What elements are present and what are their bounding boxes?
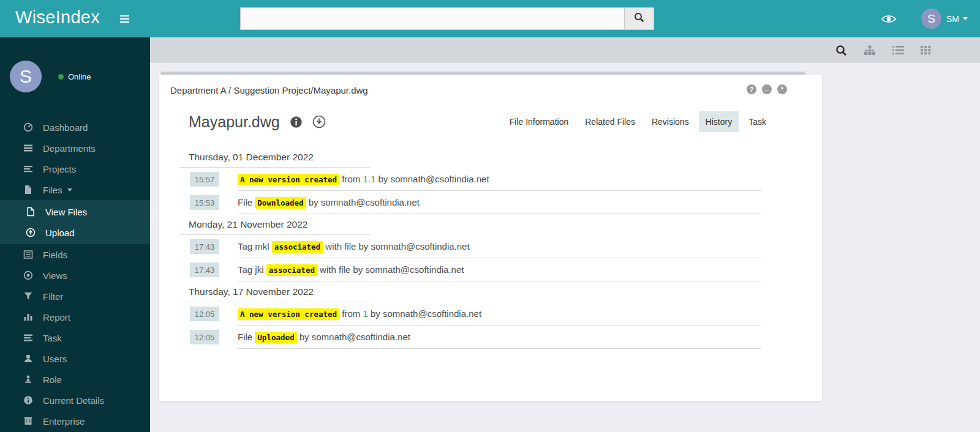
- history-event-text: A new version created from 1 by somnath@…: [238, 302, 761, 326]
- info-icon[interactable]: [290, 116, 303, 128]
- history-event-text: File Uploaded by somnath@csoftindia.net: [238, 326, 761, 349]
- avatar[interactable]: S: [921, 9, 941, 29]
- enterprise-icon: [23, 416, 34, 426]
- topbar-right-group: S SM: [881, 0, 968, 37]
- sidebar-item-filter[interactable]: Filter: [0, 286, 150, 307]
- status-dot-icon: [58, 74, 64, 80]
- sidebar-item-role[interactable]: Role: [0, 369, 150, 390]
- user-initials[interactable]: SM: [946, 14, 959, 24]
- search-input[interactable]: [240, 7, 625, 30]
- task-icon: [23, 333, 34, 343]
- sidebar-profile: S Online: [0, 37, 150, 108]
- sidebar-item-departments[interactable]: Departments: [0, 138, 150, 158]
- event-suffix: with file by somnath@csoftindia.net: [323, 241, 470, 251]
- top-header-bar: WiseIndex S SM: [0, 0, 980, 37]
- sidebar-item-current-details[interactable]: Current Details: [0, 390, 150, 411]
- history-row: 12:05 File Uploaded by somnath@csoftindi…: [179, 326, 761, 349]
- current-details-icon: [23, 395, 34, 405]
- sidebar-item-report[interactable]: Report: [0, 307, 150, 327]
- collapse-arrow-icon[interactable]: ←: [762, 84, 772, 94]
- sidebar-item-views[interactable]: Views: [0, 265, 150, 286]
- sidebar-item-enterprise[interactable]: Enterprise: [0, 411, 150, 431]
- sidebar-item-label: Filter: [43, 291, 63, 302]
- search-button[interactable]: [625, 7, 654, 30]
- view-toolbar: [150, 37, 980, 63]
- list-view-icon[interactable]: [892, 45, 904, 55]
- sidebar-item-label: Report: [43, 312, 70, 322]
- sidebar-item-label: Enterprise: [43, 416, 85, 426]
- hamburger-menu-icon[interactable]: [120, 15, 129, 24]
- event-prefix: File: [238, 332, 255, 342]
- sidebar-item-view-files[interactable]: View Files: [0, 201, 150, 222]
- file-detail-card: Department A / Suggestion Project/Mayapu…: [159, 75, 822, 401]
- fields-icon: [23, 250, 34, 259]
- asterisk-icon[interactable]: *: [777, 84, 787, 94]
- sidebar-item-files[interactable]: Files: [0, 179, 150, 200]
- views-icon: [23, 270, 34, 280]
- time-badge: 17:43: [190, 263, 219, 277]
- time-badge: 15:53: [190, 195, 219, 210]
- sidebar-item-projects[interactable]: Projects: [0, 158, 150, 179]
- upload-icon: [25, 228, 36, 237]
- files-submenu: View Files Upload: [0, 200, 150, 244]
- event-suffix: by somnath@csoftindia.net: [368, 308, 481, 319]
- event-highlight: Downloaded: [255, 197, 306, 209]
- tab-history[interactable]: History: [699, 111, 739, 132]
- history-date-header: Thursday, 17 November 2022: [179, 281, 371, 302]
- tab-file-information[interactable]: File Information: [503, 111, 575, 132]
- download-icon[interactable]: [312, 115, 326, 128]
- sidebar-item-label: Users: [43, 354, 67, 364]
- status-label: Online: [68, 72, 91, 81]
- projects-icon: [23, 164, 34, 174]
- chevron-down-icon: [67, 188, 72, 192]
- sidebar-item-label: Upload: [45, 228, 75, 238]
- sidebar-item-upload[interactable]: Upload: [0, 222, 150, 243]
- help-icon[interactable]: ?: [747, 84, 756, 94]
- sidebar: S Online Dashboard Departments Projects …: [0, 37, 150, 432]
- event-prefix: File: [238, 197, 255, 207]
- search-icon: [634, 12, 644, 25]
- event-suffix: by somnath@csoftindia.net: [375, 174, 489, 184]
- sidebar-item-fields[interactable]: Fields: [0, 244, 150, 265]
- sidebar-item-label: Views: [43, 270, 67, 281]
- tab-task[interactable]: Task: [742, 111, 773, 132]
- sidebar-item-label: Projects: [43, 164, 76, 174]
- event-prefix: Tag jki: [238, 264, 266, 275]
- event-middle: from: [339, 174, 363, 184]
- page-title: Mayapur.dwg: [189, 113, 280, 131]
- event-suffix: with file by somnath@csoftindia.net: [317, 264, 464, 275]
- search-icon[interactable]: [835, 45, 847, 56]
- grid-view-icon[interactable]: [921, 45, 931, 55]
- tab-related-files[interactable]: Related Files: [578, 111, 642, 132]
- tab-revisions[interactable]: Revisions: [645, 111, 696, 132]
- files-icon: [23, 185, 34, 195]
- sidebar-item-task[interactable]: Task: [0, 327, 150, 348]
- history-event-text: File Downloaded by somnath@csoftindia.ne…: [238, 191, 761, 214]
- chevron-down-icon[interactable]: [963, 17, 968, 20]
- sidebar-item-label: Files: [43, 185, 62, 195]
- event-version: 1.1: [363, 174, 375, 184]
- sidebar-item-label: View Files: [45, 207, 87, 217]
- avatar[interactable]: S: [10, 61, 42, 92]
- event-middle: from: [339, 308, 363, 319]
- time-badge: 17:43: [190, 239, 219, 254]
- history-event-text: Tag mkl associated with file by somnath@…: [238, 235, 761, 258]
- users-icon: [23, 354, 34, 363]
- main-content-area: Department A / Suggestion Project/Mayapu…: [150, 63, 980, 432]
- sidebar-item-dashboard[interactable]: Dashboard: [0, 117, 150, 138]
- breadcrumb: Department A / Suggestion Project/Mayapu…: [159, 75, 822, 95]
- dashboard-icon: [23, 122, 34, 132]
- event-prefix: Tag mkl: [238, 241, 272, 251]
- sitemap-icon[interactable]: [864, 45, 876, 56]
- eye-icon[interactable]: [881, 13, 897, 24]
- event-highlight: A new version created: [238, 308, 339, 320]
- event-version: 1: [363, 308, 368, 319]
- history-date-header: Thursday, 01 December 2022: [179, 147, 371, 168]
- view-files-icon: [25, 207, 36, 217]
- history-date-header: Monday, 21 November 2022: [179, 214, 371, 235]
- history-event-text: Tag jki associated with file by somnath@…: [238, 258, 761, 281]
- history-list: Thursday, 01 December 2022 15:57 A new v…: [159, 147, 822, 349]
- event-highlight: associated: [266, 264, 317, 276]
- event-suffix: by somnath@csoftindia.net: [306, 197, 420, 207]
- sidebar-item-users[interactable]: Users: [0, 348, 150, 369]
